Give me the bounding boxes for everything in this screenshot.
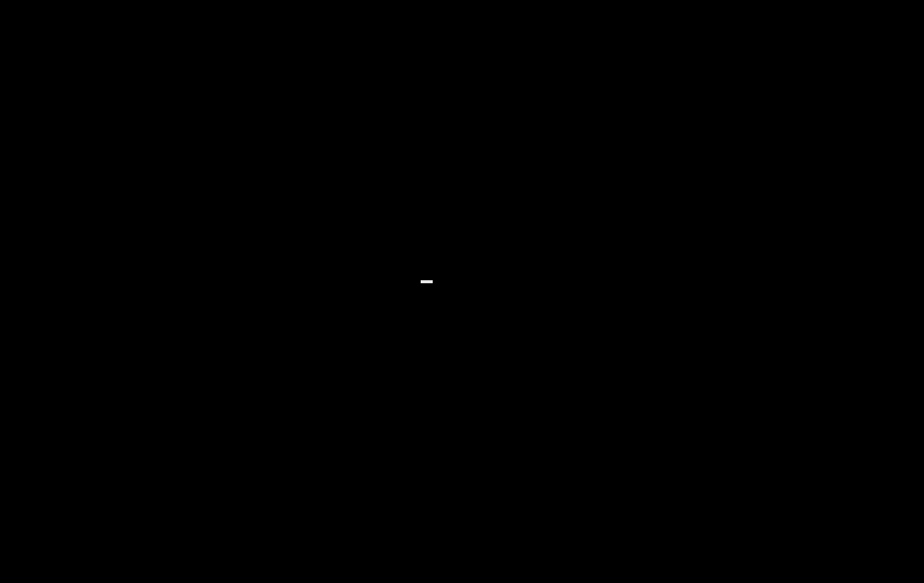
resize-overlay [421, 280, 433, 283]
